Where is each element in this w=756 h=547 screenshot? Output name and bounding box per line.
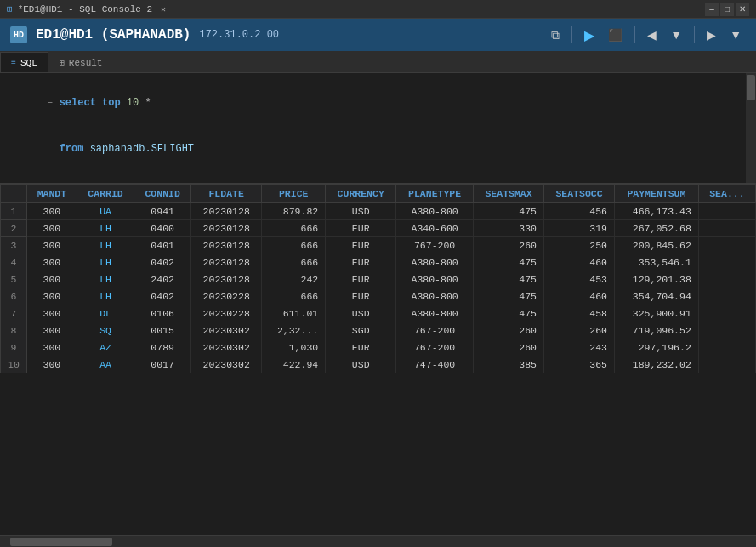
cell-connid: 0402 xyxy=(134,254,191,271)
col-seatsocc[interactable]: SEATSOCC xyxy=(544,185,615,203)
cell-mandt: 300 xyxy=(26,305,77,322)
col-sea[interactable]: SEA... xyxy=(698,185,755,203)
col-rownum xyxy=(1,185,27,203)
cell-connid: 0015 xyxy=(134,322,191,339)
cell-connid: 0400 xyxy=(134,220,191,237)
cell-mandt: 300 xyxy=(26,356,77,373)
cell-seatsmax: 475 xyxy=(474,254,544,271)
cell-rownum: 5 xyxy=(1,271,27,288)
col-carrid[interactable]: CARRID xyxy=(77,185,134,203)
separator2 xyxy=(634,26,635,43)
tab-sql[interactable]: ≡ SQL xyxy=(0,52,48,72)
maximize-button[interactable]: □ xyxy=(720,3,734,16)
h-scroll-thumb xyxy=(10,538,112,546)
cell-seatsocc: 319 xyxy=(544,220,615,237)
col-planetype[interactable]: PLANETYPE xyxy=(396,185,474,203)
cell-fldate: 20230302 xyxy=(191,322,262,339)
run-button[interactable]: ▶ xyxy=(580,25,599,46)
cell-currency: EUR xyxy=(326,254,396,271)
cell-rownum: 9 xyxy=(1,339,27,356)
forward-dropdown-button[interactable]: ▼ xyxy=(725,26,746,44)
table-row: 1300UA094120230128879.82USDA380-80047545… xyxy=(1,203,756,220)
cell-fldate: 20230128 xyxy=(191,220,262,237)
cell-sea xyxy=(698,220,755,237)
col-currency[interactable]: CURRENCY xyxy=(326,185,396,203)
cell-currency: EUR xyxy=(326,271,396,288)
cell-seatsocc: 456 xyxy=(544,203,615,220)
forward-button[interactable]: ▶ xyxy=(702,26,720,44)
sql-editor[interactable]: – select top 10 * from saphanadb.SFLIGHT… xyxy=(0,73,756,184)
cell-connid: 0017 xyxy=(134,356,191,373)
cell-currency: EUR xyxy=(326,237,396,254)
col-seatsmax[interactable]: SEATSMAX xyxy=(474,185,544,203)
cell-planetype: 747-400 xyxy=(396,356,474,373)
cell-planetype: 767-200 xyxy=(396,237,474,254)
cell-paymentsum: 200,845.62 xyxy=(615,237,699,254)
tab-result[interactable]: ⊞ Result xyxy=(48,52,114,72)
cell-connid: 2402 xyxy=(134,271,191,288)
cell-price: 1,030 xyxy=(262,339,326,356)
table-row: 4300LH040220230128666EURA380-80047546035… xyxy=(1,254,756,271)
minimize-button[interactable]: – xyxy=(705,3,719,16)
stop-button[interactable]: ⬛ xyxy=(604,26,627,44)
cell-seatsocc: 458 xyxy=(544,305,615,322)
cell-paymentsum: 297,196.2 xyxy=(615,339,699,356)
header-title: HD ED1@HD1 (SAPHANADB) 172.31.0.2 00 xyxy=(10,26,279,43)
cell-paymentsum: 719,096.52 xyxy=(615,322,699,339)
cell-planetype: A380-800 xyxy=(396,254,474,271)
sql-line-2: from saphanadb.SFLIGHT xyxy=(10,126,746,172)
editor-scrollbar[interactable] xyxy=(746,73,756,183)
copy-sql-button[interactable]: ⧉ xyxy=(547,26,564,45)
connection-icon: HD xyxy=(10,26,27,43)
cell-carrid: LH xyxy=(77,237,134,254)
cell-seatsocc: 460 xyxy=(544,254,615,271)
cell-seatsmax: 475 xyxy=(474,203,544,220)
table-row: 9300AZ0789202303021,030EUR767-2002602432… xyxy=(1,339,756,356)
sql-tab-icon: ≡ xyxy=(11,58,16,67)
cell-carrid: AZ xyxy=(77,339,134,356)
horizontal-scrollbar[interactable] xyxy=(0,535,756,547)
cell-rownum: 2 xyxy=(1,220,27,237)
cell-carrid: DL xyxy=(77,305,134,322)
cell-fldate: 20230128 xyxy=(191,254,262,271)
connection-name: ED1@HD1 (SAPHANADB) xyxy=(36,27,190,43)
cell-mandt: 300 xyxy=(26,288,77,305)
cell-price: 666 xyxy=(262,254,326,271)
cell-sea xyxy=(698,237,755,254)
col-connid[interactable]: CONNID xyxy=(134,185,191,203)
cell-seatsocc: 453 xyxy=(544,271,615,288)
cell-rownum: 3 xyxy=(1,237,27,254)
cell-price: 666 xyxy=(262,288,326,305)
cell-sea xyxy=(698,203,755,220)
cell-carrid: AA xyxy=(77,356,134,373)
col-price[interactable]: PRICE xyxy=(262,185,326,203)
cell-carrid: LH xyxy=(77,254,134,271)
table-row: 7300DL010620230228611.01USDA380-80047545… xyxy=(1,305,756,322)
close-button[interactable]: ✕ xyxy=(736,3,749,16)
cell-planetype: A380-800 xyxy=(396,305,474,322)
back-button[interactable]: ◀ xyxy=(643,26,661,44)
cell-sea xyxy=(698,339,755,356)
connection-ip: 172.31.0.2 00 xyxy=(199,29,279,41)
col-fldate[interactable]: FLDATE xyxy=(191,185,262,203)
cell-carrid: LH xyxy=(77,271,134,288)
cell-seatsmax: 385 xyxy=(474,356,544,373)
title-bar: ⊞ *ED1@HD1 - SQL Console 2 ✕ – □ ✕ xyxy=(0,0,756,19)
cell-paymentsum: 129,201.38 xyxy=(615,271,699,288)
cell-seatsmax: 330 xyxy=(474,220,544,237)
cell-sea xyxy=(698,271,755,288)
cell-price: 422.94 xyxy=(262,356,326,373)
close-tab-icon[interactable]: ✕ xyxy=(161,4,166,14)
title-text: *ED1@HD1 - SQL Console 2 xyxy=(18,4,152,14)
cell-rownum: 4 xyxy=(1,254,27,271)
cell-price: 666 xyxy=(262,237,326,254)
table-container[interactable]: MANDT CARRID CONNID FLDATE PRICE CURRENC… xyxy=(0,184,756,373)
col-paymentsum[interactable]: PAYMENTSUM xyxy=(615,185,699,203)
cell-mandt: 300 xyxy=(26,237,77,254)
cell-currency: EUR xyxy=(326,220,396,237)
cell-mandt: 300 xyxy=(26,322,77,339)
dropdown-button[interactable]: ▼ xyxy=(666,26,686,44)
col-mandt[interactable]: MANDT xyxy=(26,185,77,203)
cell-fldate: 20230228 xyxy=(191,288,262,305)
cell-currency: EUR xyxy=(326,339,396,356)
